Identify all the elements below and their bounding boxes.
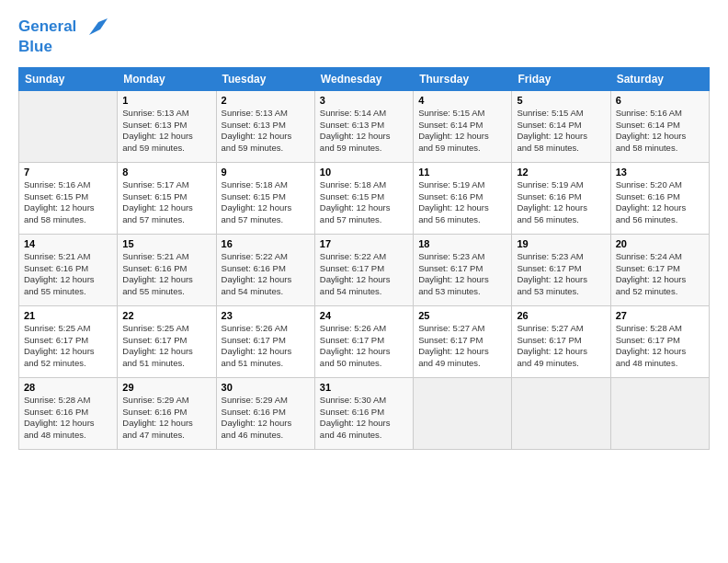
calendar-header-row: SundayMondayTuesdayWednesdayThursdayFrid… [19,67,710,90]
col-header-friday: Friday [512,67,610,90]
calendar-cell [512,377,610,449]
cell-info: Sunrise: 5:28 AM Sunset: 6:16 PM Dayligh… [24,395,112,442]
calendar-cell: 1Sunrise: 5:13 AM Sunset: 6:13 PM Daylig… [118,90,216,162]
day-number: 15 [122,238,210,249]
cell-info: Sunrise: 5:25 AM Sunset: 6:17 PM Dayligh… [122,323,210,370]
cell-info: Sunrise: 5:24 AM Sunset: 6:17 PM Dayligh… [616,251,704,298]
cell-info: Sunrise: 5:23 AM Sunset: 6:17 PM Dayligh… [418,251,506,298]
day-number: 26 [517,310,605,321]
cell-info: Sunrise: 5:17 AM Sunset: 6:15 PM Dayligh… [122,179,210,226]
logo-general: General [18,17,76,35]
calendar-cell: 19Sunrise: 5:23 AM Sunset: 6:17 PM Dayli… [512,234,610,305]
calendar-cell: 8Sunrise: 5:17 AM Sunset: 6:15 PM Daylig… [118,162,216,234]
day-number: 2 [222,95,310,106]
calendar-cell: 6Sunrise: 5:16 AM Sunset: 6:14 PM Daylig… [610,90,709,162]
calendar-cell: 12Sunrise: 5:19 AM Sunset: 6:16 PM Dayli… [512,162,610,234]
cell-info: Sunrise: 5:23 AM Sunset: 6:17 PM Dayligh… [517,251,605,298]
logo-bird-icon [80,15,108,39]
day-number: 16 [222,238,310,249]
cell-info: Sunrise: 5:29 AM Sunset: 6:16 PM Dayligh… [122,395,210,442]
day-number: 31 [320,382,408,393]
cell-info: Sunrise: 5:15 AM Sunset: 6:14 PM Dayligh… [418,108,506,155]
logo-blue: Blue [18,39,108,56]
day-number: 23 [222,310,310,321]
logo: General Blue [18,15,108,56]
day-number: 1 [122,95,210,106]
day-number: 18 [418,238,506,249]
cell-info: Sunrise: 5:15 AM Sunset: 6:14 PM Dayligh… [517,108,605,155]
day-number: 6 [616,95,704,106]
cell-info: Sunrise: 5:16 AM Sunset: 6:15 PM Dayligh… [24,179,112,226]
calendar-cell: 22Sunrise: 5:25 AM Sunset: 6:17 PM Dayli… [118,305,216,377]
cell-info: Sunrise: 5:20 AM Sunset: 6:16 PM Dayligh… [616,179,704,226]
calendar-table: SundayMondayTuesdayWednesdayThursdayFrid… [18,67,710,450]
calendar-cell: 5Sunrise: 5:15 AM Sunset: 6:14 PM Daylig… [512,90,610,162]
day-number: 11 [418,167,506,178]
calendar-cell: 16Sunrise: 5:22 AM Sunset: 6:16 PM Dayli… [216,234,314,305]
calendar-cell: 10Sunrise: 5:18 AM Sunset: 6:15 PM Dayli… [314,162,413,234]
col-header-sunday: Sunday [19,67,118,90]
cell-info: Sunrise: 5:21 AM Sunset: 6:16 PM Dayligh… [122,251,210,298]
day-number: 20 [616,238,704,249]
cell-info: Sunrise: 5:30 AM Sunset: 6:16 PM Dayligh… [320,395,408,442]
svg-marker-0 [89,18,108,35]
page-container: General Blue SundayMondayTuesdayWednesda… [0,0,728,459]
calendar-week-row: 14Sunrise: 5:21 AM Sunset: 6:16 PM Dayli… [19,234,710,305]
calendar-cell: 18Sunrise: 5:23 AM Sunset: 6:17 PM Dayli… [414,234,512,305]
page-header: General Blue [18,15,710,56]
cell-info: Sunrise: 5:22 AM Sunset: 6:16 PM Dayligh… [222,251,310,298]
calendar-cell: 9Sunrise: 5:18 AM Sunset: 6:15 PM Daylig… [216,162,314,234]
calendar-week-row: 1Sunrise: 5:13 AM Sunset: 6:13 PM Daylig… [19,90,710,162]
day-number: 17 [320,238,408,249]
calendar-week-row: 7Sunrise: 5:16 AM Sunset: 6:15 PM Daylig… [19,162,710,234]
calendar-cell: 25Sunrise: 5:27 AM Sunset: 6:17 PM Dayli… [414,305,512,377]
cell-info: Sunrise: 5:25 AM Sunset: 6:17 PM Dayligh… [24,323,112,370]
day-number: 22 [122,310,210,321]
day-number: 27 [616,310,704,321]
cell-info: Sunrise: 5:14 AM Sunset: 6:13 PM Dayligh… [320,108,408,155]
day-number: 29 [122,382,210,393]
calendar-week-row: 21Sunrise: 5:25 AM Sunset: 6:17 PM Dayli… [19,305,710,377]
calendar-cell: 13Sunrise: 5:20 AM Sunset: 6:16 PM Dayli… [610,162,709,234]
calendar-cell: 4Sunrise: 5:15 AM Sunset: 6:14 PM Daylig… [414,90,512,162]
day-number: 3 [320,95,408,106]
cell-info: Sunrise: 5:13 AM Sunset: 6:13 PM Dayligh… [122,108,210,155]
day-number: 9 [222,167,310,178]
day-number: 28 [24,382,112,393]
cell-info: Sunrise: 5:13 AM Sunset: 6:13 PM Dayligh… [222,108,310,155]
day-number: 19 [517,238,605,249]
day-number: 7 [24,167,112,178]
calendar-cell: 28Sunrise: 5:28 AM Sunset: 6:16 PM Dayli… [19,377,118,449]
col-header-wednesday: Wednesday [314,67,413,90]
calendar-cell [414,377,512,449]
calendar-cell: 21Sunrise: 5:25 AM Sunset: 6:17 PM Dayli… [19,305,118,377]
calendar-cell: 24Sunrise: 5:26 AM Sunset: 6:17 PM Dayli… [314,305,413,377]
calendar-cell: 2Sunrise: 5:13 AM Sunset: 6:13 PM Daylig… [216,90,314,162]
cell-info: Sunrise: 5:19 AM Sunset: 6:16 PM Dayligh… [418,179,506,226]
col-header-saturday: Saturday [610,67,709,90]
calendar-cell: 7Sunrise: 5:16 AM Sunset: 6:15 PM Daylig… [19,162,118,234]
cell-info: Sunrise: 5:21 AM Sunset: 6:16 PM Dayligh… [24,251,112,298]
day-number: 4 [418,95,506,106]
day-number: 8 [122,167,210,178]
calendar-cell: 30Sunrise: 5:29 AM Sunset: 6:16 PM Dayli… [216,377,314,449]
day-number: 10 [320,167,408,178]
day-number: 13 [616,167,704,178]
calendar-cell: 31Sunrise: 5:30 AM Sunset: 6:16 PM Dayli… [314,377,413,449]
calendar-cell: 23Sunrise: 5:26 AM Sunset: 6:17 PM Dayli… [216,305,314,377]
calendar-cell: 29Sunrise: 5:29 AM Sunset: 6:16 PM Dayli… [118,377,216,449]
calendar-cell: 20Sunrise: 5:24 AM Sunset: 6:17 PM Dayli… [610,234,709,305]
cell-info: Sunrise: 5:22 AM Sunset: 6:17 PM Dayligh… [320,251,408,298]
col-header-monday: Monday [118,67,216,90]
cell-info: Sunrise: 5:27 AM Sunset: 6:17 PM Dayligh… [418,323,506,370]
cell-info: Sunrise: 5:18 AM Sunset: 6:15 PM Dayligh… [222,179,310,226]
day-number: 24 [320,310,408,321]
calendar-cell: 26Sunrise: 5:27 AM Sunset: 6:17 PM Dayli… [512,305,610,377]
cell-info: Sunrise: 5:18 AM Sunset: 6:15 PM Dayligh… [320,179,408,226]
calendar-cell [610,377,709,449]
calendar-cell: 14Sunrise: 5:21 AM Sunset: 6:16 PM Dayli… [19,234,118,305]
col-header-tuesday: Tuesday [216,67,314,90]
cell-info: Sunrise: 5:16 AM Sunset: 6:14 PM Dayligh… [616,108,704,155]
calendar-cell: 15Sunrise: 5:21 AM Sunset: 6:16 PM Dayli… [118,234,216,305]
day-number: 21 [24,310,112,321]
